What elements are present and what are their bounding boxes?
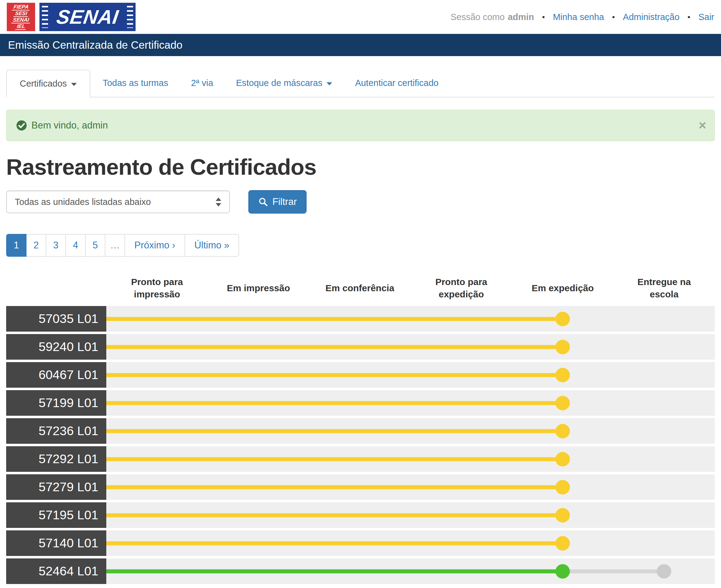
status-track [106,334,715,360]
filtrar-button[interactable]: Filtrar [248,190,306,214]
progress-line [106,317,563,321]
app-title-bar: Emissão Centralizada de Certificado [0,34,721,56]
status-track [106,446,715,472]
pagination-page-label: 2 [33,240,39,251]
pagination-last[interactable]: Último » [185,234,239,257]
tab-certificados-label: Certificados [20,79,67,89]
class-code-label[interactable]: 57199 L01 [6,390,106,416]
status-track [106,530,715,556]
table-row: 59240 L01 [6,334,715,360]
table-row: 57199 L01 [6,390,715,416]
logo-stripes-left [42,6,48,28]
class-code-label[interactable]: 57195 L01 [6,502,106,528]
table-row: 60467 L01 [6,362,715,388]
pagination-page[interactable]: 2 [26,234,46,257]
pagination-page-label: 4 [73,240,78,251]
status-track [106,306,715,332]
filter-row: Todas as unidades listadas abaixo Filtra… [6,190,715,214]
select-arrows-icon [216,197,221,207]
class-code-label[interactable]: 59240 L01 [6,334,106,360]
class-code-label[interactable]: 57140 L01 [6,530,106,556]
pagination-page-label: 1 [14,240,19,251]
status-dot[interactable] [555,536,570,550]
table-row: 57292 L01 [6,446,715,472]
tracking-column-header: Pronto para impressão [106,276,208,300]
tab-link[interactable]: Autenticar certificado [344,69,449,97]
pagination: 1 2 3 4 5 … Próximo › Último » [6,234,239,257]
tracking-column-header: Entregue na escola [613,276,715,300]
pagination-page[interactable]: 1 [6,234,26,257]
separator-bullet: • [542,12,545,22]
class-code-label[interactable]: 57236 L01 [6,418,106,444]
separator-bullet: • [687,12,690,22]
table-row: 57195 L01 [6,502,715,528]
senai-logo: FIEPA SESI SENAI IEL SENAI [7,3,135,31]
progress-line [106,541,563,545]
table-row: 52464 L01 [6,559,715,584]
table-row: 57279 L01 [6,474,715,500]
pagination-page[interactable]: 3 [46,234,66,257]
class-code-label[interactable]: 57035 L01 [6,306,106,332]
progress-line [106,429,563,433]
link-sair[interactable]: Sair [698,12,714,22]
progress-line [106,513,563,517]
tab-link-label: Autenticar certificado [355,78,439,88]
tracking-rows: 57035 L01 59240 L01 [6,306,715,584]
tab-certificados[interactable]: Certificados [6,70,90,98]
app-title: Emissão Centralizada de Certificado [8,39,183,51]
link-administracao[interactable]: Administração [623,12,680,22]
session-username: admin [508,12,534,22]
class-code-label[interactable]: 60467 L01 [6,362,106,388]
status-dot[interactable] [555,312,570,326]
status-dot[interactable] [555,424,570,438]
pending-status-dot[interactable] [657,564,672,579]
pagination-page-label: 5 [92,240,98,251]
tracking-column-header: Pronto para expedição [411,276,512,300]
progress-line [106,373,563,377]
progress-line [106,345,563,349]
pagination-next[interactable]: Próximo › [125,234,185,257]
unit-select-value: Todas as unidades listadas abaixo [15,197,151,207]
fiepa-sesi-senai-iel-logo: FIEPA SESI SENAI IEL [7,3,35,31]
table-row: 57035 L01 [6,306,715,332]
pagination-page[interactable]: 4 [65,234,86,257]
tab-link[interactable]: Estoque de máscaras [226,69,343,97]
tab-link-label: Estoque de máscaras [236,78,322,88]
page-title: Rastreamento de Certificados [6,154,715,180]
alert-message: Bem vindo, admin [31,120,108,131]
status-dot[interactable] [555,396,570,410]
status-track [106,474,715,500]
class-code-label[interactable]: 57292 L01 [6,446,106,472]
pagination-page[interactable]: 5 [85,234,105,257]
class-code-label[interactable]: 57279 L01 [6,474,106,500]
status-dot[interactable] [555,368,570,382]
status-track [106,418,715,444]
senai-brand-box: SENAI [39,3,135,31]
pagination-page-label: 3 [53,240,58,251]
tab-link[interactable]: Todas as turmas [92,69,179,97]
tab-link-label: Todas as turmas [103,78,168,88]
separator-bullet: • [612,12,615,22]
logo-line-sesi: SESI [13,10,29,17]
class-code-label[interactable]: 52464 L01 [6,559,106,584]
welcome-alert: Bem vindo, admin × [6,110,715,141]
status-dot[interactable] [555,480,570,494]
tracking-column-header: Em expedição [512,282,613,294]
status-dot[interactable] [555,508,570,522]
table-row: 57236 L01 [6,418,715,444]
tracking-column-header: Em impressão [208,282,309,294]
tab-link-label: 2ª via [191,78,213,88]
nav-tabs: Certificados Todas as turmas 2ª via Esto… [6,69,715,98]
tab-link[interactable]: 2ª via [181,69,224,97]
status-dot[interactable] [555,340,570,354]
unit-select[interactable]: Todas as unidades listadas abaixo [6,190,230,213]
status-dot[interactable] [555,564,570,579]
link-minha-senha[interactable]: Minha senha [553,12,604,22]
status-track [106,502,715,528]
top-bar: FIEPA SESI SENAI IEL SENAI Sessão como a… [0,0,721,34]
tracking-column-header: Em conferência [309,282,410,294]
pending-line [563,569,664,573]
logo-line-iel: IEL [15,23,26,30]
close-icon[interactable]: × [699,119,706,132]
status-dot[interactable] [555,452,570,466]
